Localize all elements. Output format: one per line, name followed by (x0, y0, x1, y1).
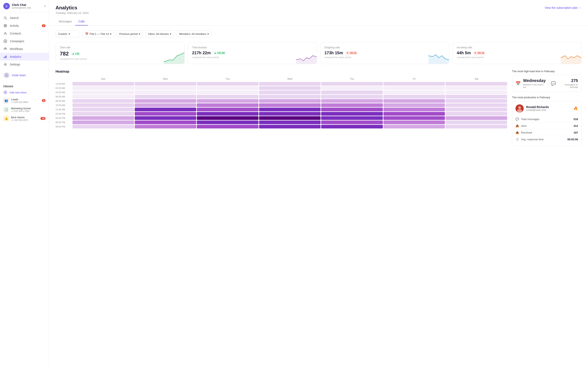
heatmap-header-row: SunMonTueWedThuFriSat (56, 77, 507, 81)
heatmap-cell (197, 116, 259, 120)
total-calls-compare: compared the same period (60, 58, 180, 60)
settings-icon (3, 62, 7, 67)
heatmap-day-label: Mon (135, 77, 196, 81)
heatmap-cell (135, 108, 196, 111)
high-load-card: 📅 Wednesday between 4 pm and 5 pm 💬 275 … (512, 75, 581, 92)
heatmap-time-label: 06:00 PM (56, 120, 72, 124)
sidebar-item-settings[interactable]: Settings (0, 60, 49, 68)
heatmap-cell (72, 112, 134, 116)
heatmap-cell (321, 95, 383, 99)
heatmap-cell (135, 103, 196, 107)
heatmap-cell (383, 95, 445, 99)
sidebar-item-activity-label: Activity (10, 24, 42, 27)
heatmap-cell (445, 99, 507, 103)
total-duration-value: 217h 22m (192, 50, 211, 55)
members-filter-value: Members: All members (179, 33, 206, 35)
inbox-marketing[interactable]: 📋 Marketing funnel +1 415 559-17260 (0, 105, 49, 114)
heatmap-cell (197, 125, 259, 128)
heatmap-cell (259, 120, 321, 124)
divider (548, 79, 548, 87)
heatmap-cell (259, 116, 321, 120)
inbox-bestclients[interactable]: 👍 Best clients +1 415 555-2671 +9 (0, 114, 49, 123)
received-value: 197 (573, 131, 578, 134)
heatmap-row: 10:00 AM (56, 103, 507, 107)
sidebar-item-contacts[interactable]: Contacts (0, 30, 49, 37)
invite-team-label: Invite team (12, 74, 26, 77)
workflows-icon (3, 47, 7, 51)
highlight-count-sub: messages on average (558, 83, 578, 88)
heatmap-cell (72, 99, 134, 103)
heatmap-cell (321, 108, 383, 111)
sidebar-item-contacts-label: Contacts (10, 32, 45, 35)
received-icon: 📥 (516, 131, 519, 134)
inbox-marketing-number: +1 415 559-17260 (11, 110, 45, 112)
incoming-calls-value: 44h 5m (457, 50, 471, 55)
compare-chevron-icon: ▾ (139, 33, 140, 35)
sent-value: 312 (573, 124, 578, 127)
heatmap-cell (321, 99, 383, 103)
view-subscription-link[interactable]: View the subscription plan → (545, 6, 581, 9)
sidebar-header[interactable]: C Clerk Chat yevhen@clerk.chat ▾ (0, 0, 49, 12)
right-panel: The most high-load time in February 📅 We… (512, 70, 581, 146)
date-range-filter[interactable]: 📅 Feb 1 — Feb 14 ▾ (82, 31, 114, 37)
heatmap-cell (445, 125, 507, 128)
heatmap-cell (383, 125, 445, 128)
inbox-leads-number: +1 628 629-3964 (11, 101, 42, 103)
inbox-bestclients-name: Best clients (11, 116, 40, 119)
period-filter[interactable]: Custom ▾ (56, 31, 80, 37)
members-filter[interactable]: Members: All members ▾ (176, 31, 212, 37)
outgoing-calls-delta: ▼ -00:32 (345, 51, 358, 55)
svg-point-18 (518, 106, 521, 109)
heatmap-day-label: Tue (197, 77, 259, 81)
heatmap-row: 12:00 AM (56, 82, 507, 86)
heatmap-cell (259, 108, 321, 111)
heatmap-row: 04:00 PM (56, 116, 507, 120)
svg-point-19 (517, 109, 522, 113)
heatmap-row: 06:00 AM (56, 95, 507, 99)
heatmap-section: Heatmap SunMonTueWedThuFriSat12:00 AM02:… (56, 70, 507, 146)
invite-team-button[interactable]: Invite team (0, 70, 49, 81)
activity-icon (3, 24, 7, 28)
sidebar-item-search[interactable]: Search (0, 14, 49, 22)
sidebar-item-analytics[interactable]: Analytics (0, 53, 49, 60)
heatmap-cell (321, 120, 383, 124)
compare-filter[interactable]: Previous period ▾ (117, 31, 143, 37)
heatmap-cell (259, 95, 321, 99)
heatmap-day-label: Thu (321, 77, 383, 81)
heatmap-cell (135, 95, 196, 99)
tab-messages[interactable]: Messages (56, 18, 75, 25)
heatmap-grid: SunMonTueWedThuFriSat12:00 AM02:00 AM04:… (56, 77, 507, 128)
heatmap-cell (72, 108, 134, 111)
heatmap-cell (445, 91, 507, 94)
svg-rect-5 (6, 26, 7, 27)
tab-calls[interactable]: Calls (75, 18, 88, 25)
heatmap-day-label: Wed (259, 77, 321, 81)
heatmap-cell (383, 103, 445, 107)
sidebar-item-campaigns[interactable]: Campaigns (0, 37, 49, 45)
chevron-down-icon: ▾ (44, 5, 45, 8)
heatmap-day-label: Sat (445, 77, 507, 81)
highlight-count-num: 275 (558, 78, 578, 83)
sidebar-item-activity[interactable]: Activity 7 (0, 22, 49, 30)
heatmap-time-label: 02:00 AM (56, 86, 72, 90)
stat-card-total-duration: Total duration 217h 22m ▲ +01:02 compare… (188, 42, 317, 64)
inbox-leads[interactable]: 👥 Leads +1 628 629-3964 3 (0, 96, 49, 105)
heatmap-cell (135, 99, 196, 103)
inbox-leads-badge: 3 (42, 99, 45, 102)
main-body: Custom ▾ 📅 Feb 1 — Feb 14 ▾ Previous per… (49, 26, 588, 151)
sidebar-item-workflows[interactable]: Workflows (0, 45, 49, 53)
heatmap-cell (383, 99, 445, 103)
date-range-value: Feb 1 — Feb 14 (90, 33, 109, 35)
svg-rect-3 (6, 25, 7, 25)
svg-rect-4 (4, 26, 5, 27)
inbox-filter[interactable]: Inbox: All inboxes ▾ (145, 31, 174, 37)
inbox-filter-value: Inbox: All inboxes (148, 33, 169, 35)
svg-rect-12 (5, 56, 6, 58)
filters-bar: Custom ▾ 📅 Feb 1 — Feb 14 ▾ Previous per… (56, 31, 581, 37)
sidebar-item-settings-label: Settings (10, 63, 45, 66)
heatmap-cell (72, 95, 134, 99)
add-inbox-button[interactable]: Add new inbox (0, 89, 49, 96)
app-name: Clerk Chat (12, 3, 44, 7)
heatmap-cell (383, 112, 445, 116)
heatmap-cell (321, 82, 383, 86)
